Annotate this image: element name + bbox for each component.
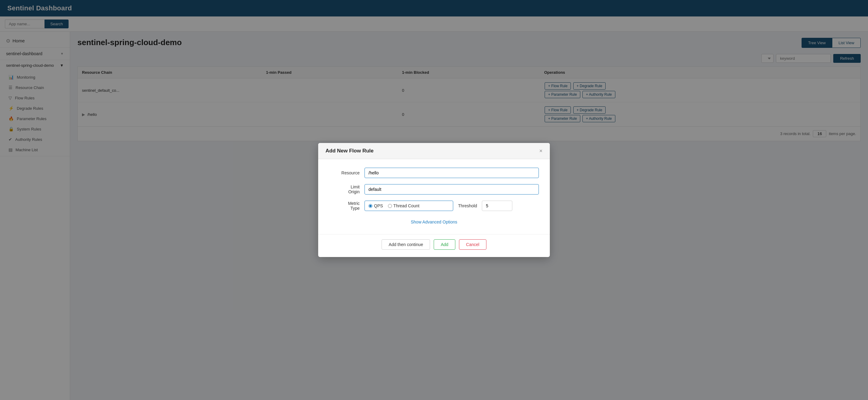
cancel-button[interactable]: Cancel: [459, 239, 487, 250]
qps-label: QPS: [374, 203, 383, 208]
qps-radio[interactable]: [369, 204, 372, 208]
modal: Add New Flow Rule × Resource Limit Origi…: [318, 143, 550, 257]
limit-origin-row: Limit Origin: [329, 184, 539, 194]
limit-origin-input[interactable]: [365, 184, 539, 194]
metric-threshold-row: Metric Type QPS Thread Count Threshold: [329, 201, 539, 211]
threshold-label: Threshold: [458, 203, 477, 208]
resource-label: Resource: [329, 171, 360, 175]
resource-row: Resource: [329, 168, 539, 178]
threshold-group: Threshold: [458, 201, 539, 211]
thread-count-radio-label[interactable]: Thread Count: [388, 203, 420, 208]
threshold-input[interactable]: [482, 201, 512, 211]
limit-origin-label: Limit Origin: [329, 184, 360, 194]
modal-footer: Add then continue Add Cancel: [318, 234, 550, 257]
modal-overlay[interactable]: Add New Flow Rule × Resource Limit Origi…: [0, 0, 868, 400]
modal-close-button[interactable]: ×: [539, 148, 542, 154]
metric-type-label: Metric Type: [329, 201, 360, 211]
thread-count-radio[interactable]: [388, 204, 392, 208]
show-advanced-options[interactable]: Show Advanced Options: [329, 217, 539, 225]
thread-count-label: Thread Count: [394, 203, 420, 208]
modal-body: Resource Limit Origin Metric Type QPS: [318, 159, 550, 232]
qps-radio-label[interactable]: QPS: [369, 203, 383, 208]
modal-header: Add New Flow Rule ×: [318, 143, 550, 159]
resource-input[interactable]: [365, 168, 539, 178]
metric-type-radio-group: QPS Thread Count: [365, 201, 453, 211]
add-button[interactable]: Add: [434, 239, 455, 250]
add-then-continue-button[interactable]: Add then continue: [381, 239, 430, 250]
modal-title: Add New Flow Rule: [326, 148, 374, 154]
